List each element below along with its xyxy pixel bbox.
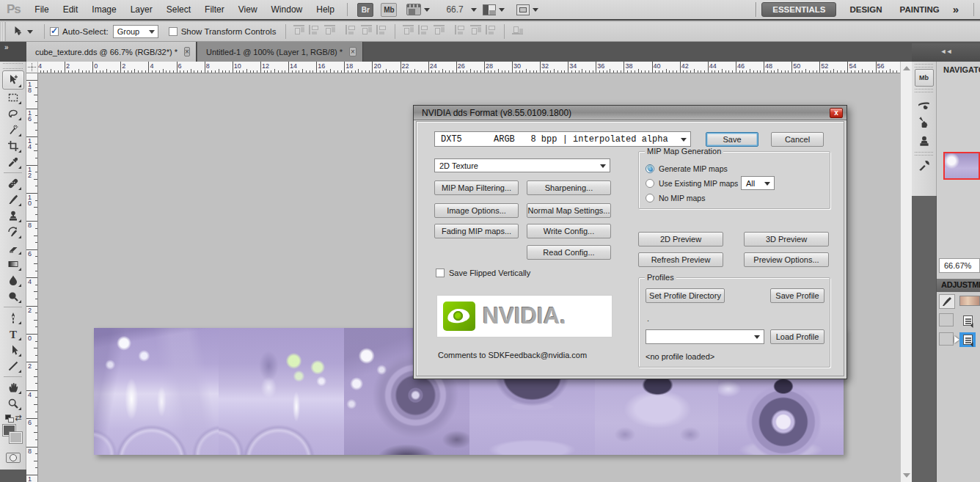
- distribute-left-edges-icon[interactable]: [455, 25, 466, 34]
- align-right-edges-icon[interactable]: [376, 25, 387, 34]
- vertical-ruler[interactable]: 181614121086420246810: [26, 73, 38, 482]
- hand-tool[interactable]: [3, 379, 23, 395]
- workspace-essentials[interactable]: ESSENTIALS: [761, 2, 836, 17]
- dialog-title-bar[interactable]: NVIDIA dds Format (v8.55.0109.1800): [414, 106, 846, 120]
- write-config-button[interactable]: Write Config...: [527, 224, 611, 238]
- save-button[interactable]: Save: [706, 132, 758, 147]
- menu-window[interactable]: Window: [264, 4, 310, 15]
- auto-select-dropdown[interactable]: Group: [113, 25, 158, 38]
- normal-map-settings-button[interactable]: Normal Map Settings...: [527, 203, 611, 218]
- mip-map-filtering-button[interactable]: MIP Map Filtering...: [434, 180, 519, 195]
- visibility-checkbox[interactable]: [939, 332, 954, 346]
- options-bar-grip[interactable]: [0, 22, 6, 41]
- document-tab-inactive[interactable]: Untitled-1 @ 100% (Layer 1, RGB/8) *×: [197, 42, 363, 62]
- menu-file[interactable]: File: [28, 4, 56, 15]
- preset-thumbnail[interactable]: [959, 296, 980, 306]
- marquee-tool[interactable]: [3, 90, 23, 106]
- cancel-button[interactable]: Cancel: [771, 132, 824, 147]
- format-dropdown[interactable]: DXT5 ARGB 8 bpp | interpolated alpha: [434, 131, 691, 147]
- tool-presets-panel-icon[interactable]: [915, 113, 934, 131]
- blur-tool[interactable]: [3, 272, 23, 288]
- clone-stamp-tool[interactable]: [3, 208, 23, 224]
- type-tool[interactable]: T: [3, 326, 23, 342]
- auto-select-checkbox[interactable]: [50, 27, 59, 36]
- menu-help[interactable]: Help: [310, 4, 342, 15]
- align-horizontal-centers-icon[interactable]: [361, 25, 372, 34]
- 3d-preview-button[interactable]: 3D Preview: [744, 232, 829, 247]
- load-profile-button[interactable]: Load Profile: [770, 329, 824, 344]
- dialog-close-button[interactable]: x: [830, 108, 843, 118]
- auto-align-layers-icon[interactable]: [512, 25, 523, 34]
- save-profile-button[interactable]: Save Profile: [770, 288, 824, 303]
- screen-mode-button[interactable]: [516, 4, 538, 15]
- existing-mip-dropdown[interactable]: All: [741, 176, 775, 190]
- menu-image[interactable]: Image: [85, 4, 123, 15]
- preview-options-button[interactable]: Preview Options...: [744, 252, 829, 267]
- profile-dropdown[interactable]: [646, 329, 764, 344]
- adjustment-layer-icon[interactable]: [959, 313, 976, 328]
- dodge-tool[interactable]: [3, 288, 23, 304]
- panel-grip[interactable]: [915, 152, 933, 156]
- menu-layer[interactable]: Layer: [123, 4, 159, 15]
- path-selection-tool[interactable]: [3, 342, 23, 358]
- pen-tool[interactable]: [3, 310, 23, 326]
- workspace-design[interactable]: DESIGN: [841, 3, 891, 16]
- crop-tool[interactable]: [3, 138, 23, 154]
- eyedropper-tool[interactable]: [3, 154, 23, 170]
- history-brush-tool[interactable]: [3, 224, 23, 240]
- panel-grip[interactable]: [3, 63, 23, 69]
- menu-view[interactable]: View: [231, 4, 264, 15]
- align-top-edges-icon[interactable]: [293, 25, 304, 34]
- texture-type-dropdown[interactable]: 2D Texture: [434, 158, 610, 172]
- minibridge-panel-icon[interactable]: Mb: [915, 69, 934, 87]
- set-profile-directory-button[interactable]: Set Profile Directory: [646, 288, 725, 303]
- line-tool[interactable]: [3, 358, 23, 374]
- brush-preset-icon[interactable]: [939, 294, 955, 309]
- save-flipped-checkbox[interactable]: Save Flipped Vertically: [436, 269, 530, 277]
- arrange-documents-button[interactable]: [483, 4, 505, 15]
- close-tab-icon[interactable]: ×: [184, 47, 190, 56]
- adjustment-layer-icon-selected[interactable]: [959, 332, 976, 347]
- menu-edit[interactable]: Edit: [56, 4, 85, 15]
- move-tool[interactable]: [2, 70, 24, 90]
- navigator-thumbnail[interactable]: [943, 152, 980, 180]
- gradient-tool[interactable]: [3, 256, 23, 272]
- default-colors-icon[interactable]: ⇄: [4, 415, 23, 423]
- show-transform-checkbox[interactable]: [169, 27, 178, 36]
- distribute-right-edges-icon[interactable]: [486, 25, 497, 34]
- navigator-panel-title[interactable]: NAVIGATOR: [937, 62, 980, 74]
- document-tab-active[interactable]: cube_texture.dds @ 66.7% (RGB/32*) *×: [26, 42, 197, 62]
- clone-source-panel-icon[interactable]: [915, 132, 934, 150]
- distribute-bottom-edges-icon[interactable]: [434, 25, 445, 34]
- minibridge-button[interactable]: Mb: [381, 3, 397, 17]
- align-left-edges-icon[interactable]: [345, 25, 356, 34]
- bridge-button[interactable]: Br: [357, 3, 373, 17]
- background-color[interactable]: [10, 432, 22, 443]
- fading-mip-maps-button[interactable]: Fading MIP maps...: [434, 224, 519, 238]
- navigator-zoom-field[interactable]: 66.67%: [939, 258, 980, 273]
- image-options-button[interactable]: Image Options...: [434, 203, 519, 218]
- menu-select[interactable]: Select: [159, 4, 197, 15]
- toolbar-expand-chevron[interactable]: »: [0, 42, 26, 62]
- refresh-preview-button[interactable]: Refresh Preview: [638, 252, 723, 267]
- dock-collapse-button[interactable]: ◄◄: [912, 43, 980, 62]
- panel-grip[interactable]: [915, 64, 933, 67]
- view-extras-button[interactable]: [406, 4, 430, 15]
- use-existing-mip-maps-radio[interactable]: Use Existing MIP maps: [646, 179, 738, 188]
- read-config-button[interactable]: Read Config...: [527, 245, 611, 260]
- zoom-tool[interactable]: [3, 395, 23, 412]
- distribute-vertical-centers-icon[interactable]: [418, 25, 429, 34]
- workspace-more-chevron[interactable]: »: [948, 3, 968, 17]
- scroll-down-icon[interactable]: [903, 473, 910, 478]
- close-tab-icon[interactable]: ×: [349, 47, 356, 56]
- panel-grip[interactable]: [915, 89, 933, 92]
- horizontal-ruler[interactable]: 4202468101214161820222426283032343638404…: [26, 62, 900, 73]
- distribute-horizontal-centers-icon[interactable]: [470, 25, 481, 34]
- align-vertical-centers-icon[interactable]: [309, 25, 320, 34]
- 2d-preview-button[interactable]: 2D Preview: [638, 232, 723, 247]
- no-mip-maps-radio[interactable]: No MIP maps: [646, 194, 705, 202]
- vertical-scrollbar[interactable]: [900, 62, 912, 482]
- lasso-tool[interactable]: [3, 106, 23, 122]
- zoom-level[interactable]: 66.7: [446, 4, 463, 15]
- visibility-checkbox[interactable]: [939, 313, 954, 326]
